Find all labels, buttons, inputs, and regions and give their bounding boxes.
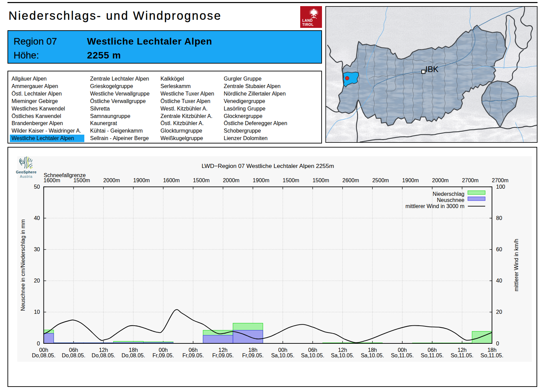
svg-text:2600m: 2600m [342, 177, 359, 183]
svg-text:50: 50 [34, 184, 40, 190]
svg-text:100: 100 [496, 184, 505, 190]
svg-text:12h: 12h [219, 347, 228, 353]
svg-text:Sa,10.05.: Sa,10.05. [331, 353, 354, 358]
svg-text:20: 20 [34, 278, 40, 284]
svg-text:Austria: Austria [20, 174, 33, 178]
svg-text:06h: 06h [428, 347, 437, 353]
svg-text:1600m: 1600m [163, 177, 180, 183]
svg-text:Fr,09.05.: Fr,09.05. [182, 353, 204, 358]
svg-text:12h: 12h [99, 347, 108, 353]
svg-text:1900m: 1900m [133, 177, 150, 183]
svg-text:12h: 12h [458, 347, 467, 353]
svg-text:mittlerer Wind in 3000 m: mittlerer Wind in 3000 m [406, 203, 464, 209]
svg-text:LWD−Region 07 Westliche Lechta: LWD−Region 07 Westliche Lechtaler Alpen … [202, 163, 334, 169]
svg-text:Fr,09.05.: Fr,09.05. [212, 353, 234, 358]
svg-text:18h: 18h [129, 347, 138, 353]
svg-text:00h: 00h [398, 347, 407, 353]
svg-text:Do,08.05.: Do,08.05. [32, 353, 55, 358]
svg-text:GeoSphere: GeoSphere [16, 170, 37, 174]
svg-text:00h: 00h [159, 347, 168, 353]
svg-text:18h: 18h [488, 347, 497, 353]
svg-text:So,11.05.: So,11.05. [480, 353, 503, 358]
svg-text:40: 40 [34, 215, 40, 221]
svg-text:Neuschnee: Neuschnee [437, 197, 464, 203]
svg-text:Do,08.05.: Do,08.05. [122, 353, 145, 358]
svg-text:0: 0 [37, 341, 40, 346]
svg-text:2700m: 2700m [462, 177, 479, 183]
svg-text:Schneefallgrenze: Schneefallgrenze [44, 172, 86, 178]
svg-text:12h: 12h [338, 347, 347, 353]
svg-text:Neuschnee in cm/Niederschlag i: Neuschnee in cm/Niederschlag in mm [20, 219, 26, 311]
svg-text:1500m: 1500m [312, 177, 329, 183]
svg-text:20: 20 [496, 309, 502, 315]
svg-text:So,11.05.: So,11.05. [451, 353, 473, 358]
svg-text:1900m: 1900m [402, 177, 419, 183]
svg-text:2700m: 2700m [492, 177, 509, 183]
svg-text:Fr,09.05.: Fr,09.05. [153, 353, 174, 358]
svg-text:18h: 18h [248, 347, 257, 353]
svg-text:2000m: 2000m [103, 177, 120, 183]
svg-text:06h: 06h [189, 347, 198, 353]
svg-text:0: 0 [496, 341, 499, 346]
svg-text:So,11.05.: So,11.05. [421, 353, 444, 358]
svg-text:06h: 06h [308, 347, 317, 353]
svg-text:30: 30 [34, 246, 40, 252]
svg-text:So,11.05.: So,11.05. [391, 353, 414, 358]
svg-text:1500m: 1500m [193, 177, 210, 183]
svg-text:1500m: 1500m [73, 177, 90, 183]
svg-text:1900m: 1900m [253, 177, 269, 183]
svg-text:18h: 18h [368, 347, 377, 353]
svg-text:10: 10 [34, 309, 40, 315]
svg-text:80: 80 [496, 215, 502, 221]
svg-text:Sa,10.05.: Sa,10.05. [301, 353, 324, 358]
svg-text:06h: 06h [69, 347, 78, 353]
svg-text:Niederschlag: Niederschlag [433, 191, 464, 197]
svg-text:mittlerer Wind in km/h: mittlerer Wind in km/h [514, 239, 520, 291]
svg-text:Sa,10.05.: Sa,10.05. [271, 353, 294, 358]
svg-text:00h: 00h [278, 347, 287, 353]
svg-text:Sa,10.05.: Sa,10.05. [361, 353, 384, 358]
svg-text:2000m: 2000m [223, 177, 239, 183]
svg-text:00h: 00h [39, 347, 48, 353]
svg-text:2500m: 2500m [372, 177, 389, 183]
svg-text:60: 60 [496, 246, 502, 252]
svg-text:Do,08.05.: Do,08.05. [92, 353, 115, 358]
svg-text:2000m: 2000m [432, 177, 449, 183]
svg-text:Fr,09.05.: Fr,09.05. [242, 353, 264, 358]
svg-text:Do,08.05.: Do,08.05. [62, 353, 85, 358]
svg-text:IBK: IBK [425, 65, 439, 74]
svg-text:1600m: 1600m [44, 177, 60, 183]
svg-text:40: 40 [496, 278, 502, 284]
svg-text:1500m: 1500m [283, 177, 299, 183]
